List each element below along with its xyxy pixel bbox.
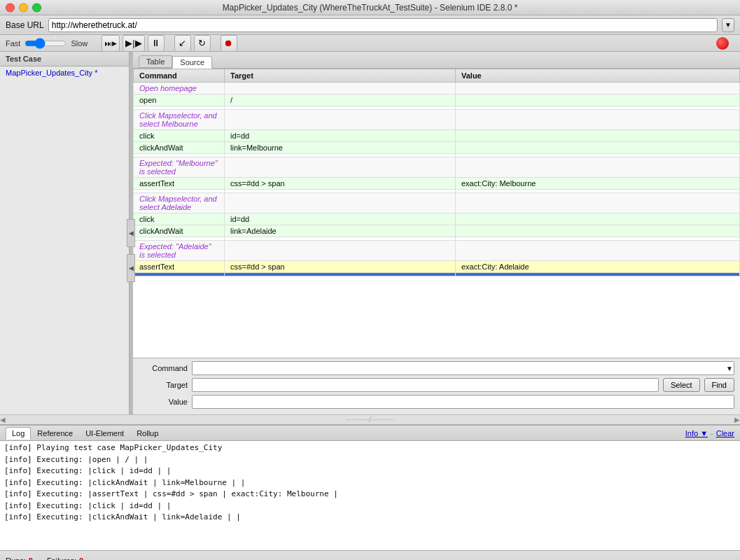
log-tab-ui-element[interactable]: UI-Element [79, 427, 130, 440]
toolbar: ⏭▶ ▶|▶ ⏸ ↙ ↻ ⏺ [102, 32, 734, 55]
failures-count: 0 [79, 556, 83, 561]
table-row[interactable]: Open homepage [134, 83, 740, 94]
table-cell [134, 273, 225, 276]
table-cell [225, 193, 456, 214]
bottom-section: Log Reference UI-Element Rollup Info ▼ -… [0, 424, 740, 550]
target-row: Target Select Find [139, 378, 734, 392]
tab-source[interactable]: Source [172, 56, 212, 69]
table-cell [456, 110, 740, 130]
log-content[interactable]: [info] Playing test case MapPicker_Updat… [0, 441, 740, 550]
table-cell [456, 94, 740, 106]
log-line: [info] Executing: |click | id=dd | | [3, 465, 737, 477]
info-dropdown[interactable]: Info ▼ [685, 429, 708, 438]
window-title: MapPicker_Updates_City (WhereTheTruckAt_… [223, 3, 518, 13]
rollup-button[interactable]: ↻ [194, 35, 211, 52]
minimize-button[interactable] [19, 3, 28, 12]
col-target: Target [225, 69, 456, 83]
fast-label: Fast [6, 39, 20, 48]
scroll-indicator: ◀ ············/············ ▶ [0, 414, 740, 424]
step-button[interactable]: ↙ [174, 35, 191, 52]
table-cell [456, 214, 740, 225]
table-cell: link=Melbourne [225, 142, 456, 154]
table-row[interactable]: clickid=dd [134, 130, 740, 142]
speed-slider[interactable] [25, 38, 67, 49]
table-row[interactable] [134, 273, 740, 276]
baseurl-input[interactable] [48, 18, 718, 32]
table-row[interactable]: Expected: "Melbourne" is selected [134, 158, 740, 178]
table-cell: clickAndWait [134, 142, 225, 154]
speed-group: Fast Slow [6, 38, 88, 49]
clear-button[interactable]: Clear [716, 429, 734, 438]
log-tab-log[interactable]: Log [6, 427, 31, 440]
cmd-tbody: Open homepageopen/Click Mapselector, and… [134, 83, 740, 276]
play-suite-button[interactable]: ⏭▶ [102, 35, 120, 52]
find-button[interactable]: Find [704, 378, 734, 392]
status-bar: Runs: 0 Failures: 0 [0, 550, 740, 560]
view-tabs: Table Source [133, 52, 740, 69]
sidebar-resizer[interactable]: ◀ ◀ [130, 52, 133, 414]
cmd-input-area: Command ▼ Target Select Find Value [133, 358, 740, 414]
collapse-arrow-left[interactable]: ◀ [127, 219, 135, 247]
table-row[interactable]: Click Mapselector, and select Melbourne [134, 110, 740, 130]
scroll-right-arrow[interactable]: ▶ [734, 416, 740, 424]
runs-count: 0 [29, 556, 33, 561]
table-cell: Open homepage [134, 83, 225, 94]
value-label: Value [139, 398, 188, 406]
baseurl-label: Base URL [6, 20, 44, 30]
table-cell [456, 130, 740, 142]
table-cell: id=dd [225, 214, 456, 225]
log-actions: Info ▼ - Clear [685, 429, 734, 438]
commands-table: Command Target Value Open homepageopen/C… [133, 69, 740, 276]
table-row[interactable]: clickid=dd [134, 214, 740, 225]
table-cell: css=#dd > span [225, 261, 456, 273]
table-cell: clickAndWait [134, 225, 225, 237]
collapse-arrow-right[interactable]: ◀ [127, 254, 135, 282]
table-cell: link=Adelaide [225, 225, 456, 237]
log-tab-reference[interactable]: Reference [31, 427, 79, 440]
log-separator: - [711, 429, 713, 438]
table-row[interactable]: Expected: "Adelaide" is selected [134, 241, 740, 261]
baseurl-dropdown[interactable]: ▼ [722, 18, 734, 32]
table-cell: id=dd [225, 130, 456, 142]
slow-label: Slow [71, 39, 88, 48]
table-cell: css=#dd > span [225, 178, 456, 190]
sidebar-header: Test Case [0, 52, 129, 66]
pause-button[interactable]: ⏸ [148, 35, 165, 52]
table-cell: assertText [134, 261, 225, 273]
table-cell [456, 273, 740, 276]
close-button[interactable] [6, 3, 15, 12]
log-line: [info] Playing test case MapPicker_Updat… [3, 442, 737, 454]
table-cell: exact:City: Adelaide [456, 261, 740, 273]
record-button[interactable]: ⏺ [221, 35, 237, 52]
table-cell: Expected: "Adelaide" is selected [134, 241, 225, 261]
table-row[interactable]: clickAndWaitlink=Adelaide [134, 225, 740, 237]
runs-label: Runs: [6, 556, 26, 561]
table-row[interactable]: Click Mapselector, and select Adelaide [134, 193, 740, 214]
tab-table[interactable]: Table [139, 55, 172, 68]
table-cell [225, 158, 456, 178]
table-row[interactable]: open/ [134, 94, 740, 106]
table-row[interactable]: clickAndWaitlink=Melbourne [134, 142, 740, 154]
log-line: [info] Executing: |clickAndWait | link=M… [3, 477, 737, 489]
table-cell: Click Mapselector, and select Melbourne [134, 110, 225, 130]
table-cell: exact:City: Melbourne [456, 178, 740, 190]
value-input[interactable] [192, 395, 734, 409]
target-label: Target [139, 381, 188, 389]
play-test-button[interactable]: ▶|▶ [123, 35, 144, 52]
runs-status: Runs: 0 [6, 556, 33, 561]
log-tab-rollup[interactable]: Rollup [130, 427, 165, 440]
command-select[interactable] [192, 361, 734, 375]
sidebar: Test Case MapPicker_Updates_City * [0, 52, 130, 414]
table-row[interactable]: assertTextcss=#dd > spanexact:City: Adel… [134, 261, 740, 273]
content-area: Table Source Command Target Value Open h… [133, 52, 740, 414]
select-button[interactable]: Select [663, 378, 700, 392]
maximize-button[interactable] [32, 3, 41, 12]
log-line: [info] Executing: |assertText | css=#dd … [3, 489, 737, 500]
target-input[interactable] [192, 378, 659, 392]
sidebar-item-testcase[interactable]: MapPicker_Updates_City * [0, 66, 129, 79]
table-row[interactable]: assertTextcss=#dd > spanexact:City: Melb… [134, 178, 740, 190]
scroll-left-arrow[interactable]: ◀ [0, 416, 6, 424]
cmd-table-area[interactable]: Command Target Value Open homepageopen/C… [133, 69, 740, 358]
table-cell: assertText [134, 178, 225, 190]
speed-bar: Fast Slow ⏭▶ ▶|▶ ⏸ ↙ ↻ ⏺ [0, 35, 740, 52]
